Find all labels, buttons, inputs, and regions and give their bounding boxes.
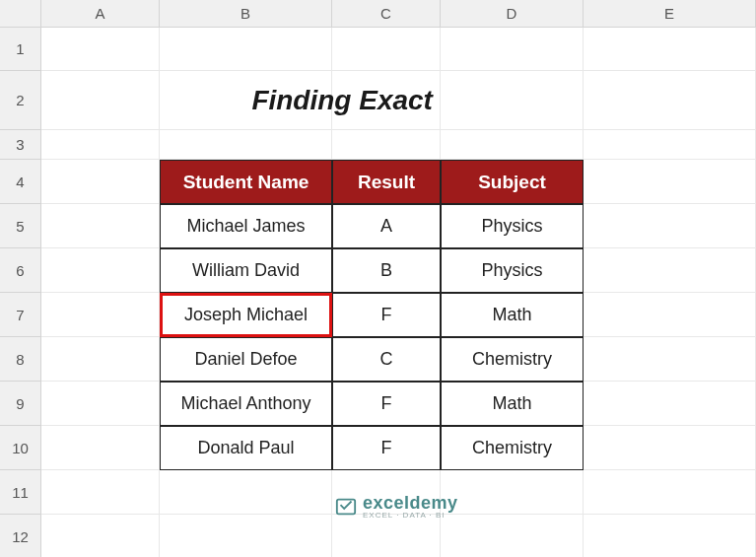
row-header-6[interactable]: 6: [0, 248, 41, 293]
table-cell-C5[interactable]: A: [332, 204, 441, 248]
cell-A3[interactable]: [41, 130, 160, 160]
cell-A8[interactable]: [41, 337, 160, 382]
exceldemy-icon: [335, 496, 357, 518]
cell-D11[interactable]: [441, 470, 584, 515]
spreadsheet-grid[interactable]: A B C D E 1 2 Finding Exact Match 3 4 St…: [0, 0, 756, 557]
table-cell-C6[interactable]: B: [332, 248, 441, 293]
cell-A4[interactable]: [41, 160, 160, 204]
cell-D1[interactable]: [441, 28, 584, 71]
cell-C12[interactable]: [332, 515, 441, 557]
cell-A7[interactable]: [41, 293, 160, 337]
table-cell-B10[interactable]: Donald Paul: [160, 426, 332, 470]
row-header-1[interactable]: 1: [0, 28, 41, 71]
col-header-A[interactable]: A: [41, 0, 160, 28]
cell-E5[interactable]: [584, 204, 756, 248]
row-header-2[interactable]: 2: [0, 71, 41, 130]
table-cell-D5[interactable]: Physics: [441, 204, 584, 248]
table-cell-C8[interactable]: C: [332, 337, 441, 382]
table-cell-B8[interactable]: Daniel Defoe: [160, 337, 332, 382]
table-header-result[interactable]: Result: [332, 160, 441, 204]
cell-A10[interactable]: [41, 426, 160, 470]
col-header-B[interactable]: B: [160, 0, 332, 28]
cell-D12[interactable]: [441, 515, 584, 557]
watermark-logo: exceldemy EXCEL · DATA · BI: [335, 493, 458, 520]
cell-E9[interactable]: [584, 382, 756, 426]
row-header-5[interactable]: 5: [0, 204, 41, 248]
cell-E4[interactable]: [584, 160, 756, 204]
table-cell-B5[interactable]: Michael James: [160, 204, 332, 248]
table-header-student[interactable]: Student Name: [160, 160, 332, 204]
col-header-E[interactable]: E: [584, 0, 756, 28]
cell-C3[interactable]: [332, 130, 441, 160]
row-header-11[interactable]: 11: [0, 470, 41, 515]
cell-E12[interactable]: [584, 515, 756, 557]
table-cell-D10[interactable]: Chemistry: [441, 426, 584, 470]
select-all-corner[interactable]: [0, 0, 41, 28]
logo-subtitle: EXCEL · DATA · BI: [363, 511, 458, 520]
col-header-D[interactable]: D: [441, 0, 584, 28]
cell-C1[interactable]: [332, 28, 441, 71]
row-header-10[interactable]: 10: [0, 426, 41, 470]
cell-A12[interactable]: [41, 515, 160, 557]
table-cell-C9[interactable]: F: [332, 382, 441, 426]
table-cell-D7[interactable]: Math: [441, 293, 584, 337]
cell-D3[interactable]: [441, 130, 584, 160]
table-cell-B6[interactable]: William David: [160, 248, 332, 293]
cell-E8[interactable]: [584, 337, 756, 382]
cell-E7[interactable]: [584, 293, 756, 337]
page-title: Finding Exact Match: [332, 71, 441, 130]
cell-D2[interactable]: [441, 71, 584, 130]
table-cell-C7[interactable]: F: [332, 293, 441, 337]
cell-A1[interactable]: [41, 28, 160, 71]
cell-E2[interactable]: [584, 71, 756, 130]
cell-E10[interactable]: [584, 426, 756, 470]
cell-E6[interactable]: [584, 248, 756, 293]
table-cell-B9[interactable]: Michael Anthony: [160, 382, 332, 426]
cell-E3[interactable]: [584, 130, 756, 160]
cell-A11[interactable]: [41, 470, 160, 515]
table-cell-D9[interactable]: Math: [441, 382, 584, 426]
row-header-12[interactable]: 12: [0, 515, 41, 557]
table-cell-C10[interactable]: F: [332, 426, 441, 470]
cell-B3[interactable]: [160, 130, 332, 160]
cell-A2[interactable]: [41, 71, 160, 130]
row-header-8[interactable]: 8: [0, 337, 41, 382]
cell-B11[interactable]: [160, 470, 332, 515]
table-header-subject[interactable]: Subject: [441, 160, 584, 204]
cell-A6[interactable]: [41, 248, 160, 293]
cell-A9[interactable]: [41, 382, 160, 426]
cell-E11[interactable]: [584, 470, 756, 515]
col-header-C[interactable]: C: [332, 0, 441, 28]
row-header-3[interactable]: 3: [0, 130, 41, 160]
row-header-7[interactable]: 7: [0, 293, 41, 337]
table-cell-D8[interactable]: Chemistry: [441, 337, 584, 382]
cell-B1[interactable]: [160, 28, 332, 71]
cell-B12[interactable]: [160, 515, 332, 557]
cell-A5[interactable]: [41, 204, 160, 248]
cell-E1[interactable]: [584, 28, 756, 71]
table-cell-B7-highlighted[interactable]: Joseph Michael: [160, 293, 332, 337]
row-header-4[interactable]: 4: [0, 160, 41, 204]
row-header-9[interactable]: 9: [0, 382, 41, 426]
table-cell-D6[interactable]: Physics: [441, 248, 584, 293]
